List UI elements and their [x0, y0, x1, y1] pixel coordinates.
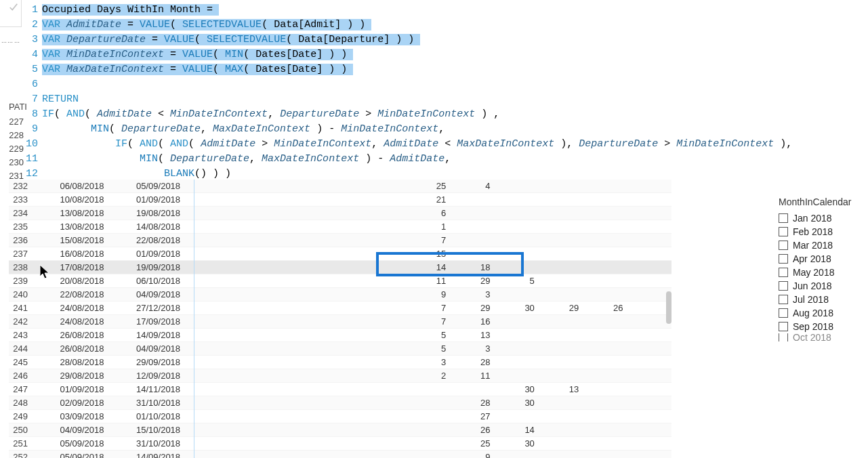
departure-date-cell[interactable]: 31/10/2018	[108, 437, 184, 451]
spacer-cell[interactable]	[273, 220, 317, 234]
row-number-cell[interactable]: 237	[9, 247, 32, 261]
spacer-cell[interactable]	[184, 220, 228, 234]
value-cell[interactable]	[583, 207, 627, 220]
table-row[interactable]: 23206/08/201805/09/2018254	[9, 180, 671, 193]
row-number-cell[interactable]: 232	[9, 180, 32, 193]
spacer-cell[interactable]	[228, 207, 272, 220]
value-cell[interactable]	[450, 234, 494, 247]
departure-date-cell[interactable]: 01/09/2018	[108, 193, 184, 207]
value-cell[interactable]: 21	[406, 193, 450, 207]
value-cell[interactable]	[450, 193, 494, 207]
value-cell[interactable]: 11	[450, 369, 494, 383]
value-cell[interactable]: 30	[495, 301, 539, 315]
spacer-cell[interactable]	[317, 369, 361, 383]
admit-date-cell[interactable]: 02/09/2018	[32, 396, 108, 410]
code-line[interactable]: VAR DepartureDate = VALUE( SELECTEDVALUE…	[42, 33, 868, 47]
row-number-cell[interactable]: 233	[9, 193, 32, 207]
code-line[interactable]: Occupied Days WithIn Month =	[42, 3, 868, 18]
spacer-cell[interactable]	[228, 301, 272, 315]
admit-date-cell[interactable]: 13/08/2018	[32, 207, 108, 220]
value-cell[interactable]	[495, 410, 539, 423]
value-cell[interactable]: 6	[406, 207, 450, 220]
admit-date-cell[interactable]: 05/09/2018	[32, 451, 108, 458]
departure-date-cell[interactable]: 06/10/2018	[108, 274, 184, 288]
value-cell[interactable]	[539, 437, 583, 451]
value-cell[interactable]	[495, 451, 539, 458]
spacer-cell[interactable]	[361, 261, 405, 274]
spacer-cell[interactable]	[361, 396, 405, 410]
slicer-item-overflow[interactable]: Oct 2018	[779, 333, 865, 341]
table-row[interactable]: 24124/08/201827/12/2018729302926	[9, 301, 671, 315]
table-row[interactable]: 23310/08/201801/09/201821	[9, 193, 671, 207]
tail-cell[interactable]	[627, 369, 671, 383]
spacer-cell[interactable]	[273, 329, 317, 342]
spacer-cell[interactable]	[184, 423, 228, 437]
spacer-cell[interactable]	[273, 261, 317, 274]
checkbox-icon[interactable]	[779, 281, 788, 291]
spacer-cell[interactable]	[361, 383, 405, 396]
spacer-cell[interactable]	[273, 356, 317, 369]
slicer-item[interactable]: Aug 2018	[779, 306, 865, 320]
admit-date-cell[interactable]: 10/08/2018	[32, 193, 108, 207]
value-cell[interactable]: 9	[450, 451, 494, 458]
value-cell[interactable]	[539, 396, 583, 410]
departure-date-cell[interactable]: 22/08/2018	[108, 234, 184, 247]
value-cell[interactable]	[539, 274, 583, 288]
tail-cell[interactable]	[627, 451, 671, 458]
value-cell[interactable]: 3	[406, 356, 450, 369]
row-number-cell[interactable]: 249	[9, 410, 32, 423]
spacer-cell[interactable]	[184, 274, 228, 288]
value-cell[interactable]: 16	[450, 315, 494, 329]
value-cell[interactable]	[495, 342, 539, 356]
departure-date-cell[interactable]: 04/09/2018	[108, 342, 184, 356]
value-cell[interactable]	[583, 220, 627, 234]
tail-cell[interactable]	[627, 342, 671, 356]
value-cell[interactable]	[583, 180, 627, 193]
value-cell[interactable]: 29	[539, 301, 583, 315]
table-row[interactable]: 24629/08/201812/09/2018211	[9, 369, 671, 383]
spacer-cell[interactable]	[273, 180, 317, 193]
spacer-cell[interactable]	[184, 437, 228, 451]
spacer-cell[interactable]	[361, 410, 405, 423]
spacer-cell[interactable]	[317, 315, 361, 329]
table-row[interactable]: 25205/09/201814/09/20189	[9, 451, 671, 458]
checkbox-icon[interactable]	[779, 333, 788, 341]
tail-cell[interactable]	[627, 234, 671, 247]
value-cell[interactable]: 28	[450, 396, 494, 410]
row-number-cell[interactable]: 239	[9, 274, 32, 288]
admit-date-cell[interactable]: 17/08/2018	[32, 261, 108, 274]
value-cell[interactable]: 26	[450, 423, 494, 437]
spacer-cell[interactable]	[317, 356, 361, 369]
value-cell[interactable]: 1	[406, 220, 450, 234]
value-cell[interactable]	[406, 423, 450, 437]
spacer-cell[interactable]	[228, 220, 272, 234]
value-cell[interactable]	[539, 356, 583, 369]
value-cell[interactable]	[495, 180, 539, 193]
value-cell[interactable]	[495, 369, 539, 383]
spacer-cell[interactable]	[228, 329, 272, 342]
value-cell[interactable]	[495, 356, 539, 369]
spacer-cell[interactable]	[273, 396, 317, 410]
spacer-cell[interactable]	[184, 247, 228, 261]
spacer-cell[interactable]	[184, 369, 228, 383]
value-cell[interactable]	[406, 410, 450, 423]
value-cell[interactable]: 29	[450, 301, 494, 315]
spacer-cell[interactable]	[184, 342, 228, 356]
departure-date-cell[interactable]: 15/10/2018	[108, 423, 184, 437]
value-cell[interactable]	[406, 451, 450, 458]
spacer-cell[interactable]	[184, 356, 228, 369]
row-number-cell[interactable]: 240	[9, 288, 32, 301]
table-row[interactable]: 25105/09/201831/10/20182530	[9, 437, 671, 451]
admit-date-cell[interactable]: 20/08/2018	[32, 274, 108, 288]
row-number-cell[interactable]: 234	[9, 207, 32, 220]
value-cell[interactable]	[539, 288, 583, 301]
tail-cell[interactable]	[627, 220, 671, 234]
checkbox-icon[interactable]	[779, 308, 788, 318]
departure-date-cell[interactable]: 01/10/2018	[108, 410, 184, 423]
spacer-cell[interactable]	[317, 451, 361, 458]
departure-date-cell[interactable]: 29/09/2018	[108, 356, 184, 369]
value-cell[interactable]: 7	[406, 301, 450, 315]
admit-date-cell[interactable]: 24/08/2018	[32, 315, 108, 329]
value-cell[interactable]: 9	[406, 288, 450, 301]
checkbox-icon[interactable]	[779, 227, 788, 236]
